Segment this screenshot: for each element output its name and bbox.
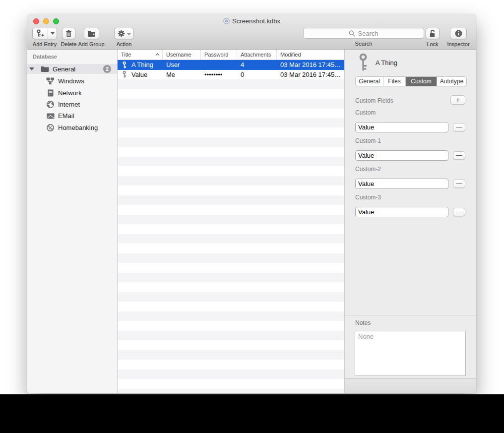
network-icon [46, 89, 55, 97]
notes-input[interactable] [355, 331, 466, 376]
sidebar-item-internet[interactable]: Internet [27, 99, 117, 110]
column-header-modified[interactable]: Modified [277, 50, 344, 60]
document-icon [223, 18, 230, 24]
inspector-panel: A Thing General Files Custom Autotype Cu… [345, 50, 476, 393]
sidebar-item-label: Homebanking [58, 124, 98, 131]
notes-label: Notes [355, 319, 476, 326]
inspector-tabs: General Files Custom Autotype [355, 76, 467, 86]
cell-attachments: 4 [237, 61, 277, 68]
internet-icon [46, 101, 55, 108]
action-button[interactable] [114, 28, 134, 39]
table-row[interactable]: A Thing User 4 03 Mar 2016 17:45… [118, 60, 344, 70]
chevron-down-icon [51, 32, 55, 35]
cell-modified: 03 Mar 2016 17:45… [277, 71, 344, 78]
add-entry-control: Add Entry [31, 28, 59, 47]
lock-open-icon [429, 29, 436, 38]
main-window: Screenshot.kdbx Add Entry Delete [27, 14, 476, 393]
inspector-footer [345, 378, 476, 393]
field-label: Custom-1 [355, 138, 465, 144]
gear-icon [118, 30, 125, 37]
delete-button[interactable] [62, 28, 75, 39]
remove-field-button[interactable]: — [453, 208, 465, 216]
tab-autotype[interactable]: Autotype [437, 77, 466, 86]
sidebar-item-label: Network [58, 89, 82, 97]
cell-password: •••••••• [201, 71, 237, 78]
sidebar-item-label: Windows [58, 77, 84, 85]
column-header-title[interactable]: Title [118, 50, 163, 60]
search-icon [349, 30, 355, 37]
tab-general[interactable]: General [356, 77, 383, 86]
action-label: Action [117, 41, 132, 47]
cell-modified: 03 Mar 2016 17:45… [277, 61, 344, 68]
search-control: Search Search [303, 28, 424, 47]
cell-title: Value [131, 71, 147, 78]
add-group-button[interactable] [84, 28, 99, 39]
search-placeholder: Search [358, 30, 378, 37]
field-value-input[interactable] [355, 150, 448, 161]
search-input[interactable]: Search [303, 28, 424, 39]
inspector-label: Inspector [447, 41, 469, 47]
remove-field-button[interactable]: — [453, 180, 465, 188]
add-field-button[interactable]: + [450, 95, 465, 105]
folder-plus-icon [87, 30, 96, 37]
action-control: Action [114, 28, 134, 47]
sidebar-item-network[interactable]: Network [27, 87, 117, 98]
tab-custom[interactable]: Custom [406, 77, 437, 86]
folder-icon [41, 66, 49, 72]
chevron-down-icon [127, 32, 131, 35]
disclosure-triangle-icon[interactable] [29, 67, 34, 70]
column-header-password[interactable]: Password [201, 50, 237, 60]
group-count-badge: 2 [103, 65, 111, 73]
key-icon [359, 54, 369, 71]
field-label: Custom-2 [355, 166, 465, 173]
tab-files[interactable]: Files [383, 77, 406, 86]
field-value-input[interactable] [355, 179, 448, 189]
sidebar-item-windows[interactable]: Windows [27, 75, 117, 87]
window-header: Screenshot.kdbx Add Entry Delete [27, 14, 476, 50]
window-title-bar: Screenshot.kdbx [27, 17, 476, 25]
homebanking-icon [46, 124, 55, 131]
windows-icon [46, 77, 55, 85]
add-entry-label: Add Entry [33, 41, 57, 47]
cell-attachments: 0 [237, 71, 277, 78]
lock-control: Lock [423, 28, 442, 47]
remove-field-button[interactable]: — [453, 123, 465, 131]
sort-ascending-icon [155, 53, 160, 56]
custom-fields-header: Custom Fields [355, 97, 393, 104]
cell-username: Me [163, 71, 201, 78]
entry-title: A Thing [376, 59, 397, 66]
add-group-control: Add Group [76, 28, 107, 47]
sidebar: Database General 2 Windows [27, 50, 118, 393]
delete-label: Delete [61, 41, 77, 47]
sidebar-item-email[interactable]: EMail [27, 110, 117, 122]
info-icon [455, 30, 462, 37]
sidebar-group-general[interactable]: General 2 [27, 64, 117, 74]
field-value-input[interactable] [355, 122, 448, 132]
table-row[interactable]: Value Me •••••••• 0 03 Mar 2016 17:45… [118, 70, 344, 80]
key-icon [122, 62, 127, 68]
notes-section: Notes [345, 315, 476, 376]
inspector-control: Inspector [444, 28, 472, 47]
lock-label: Lock [427, 41, 438, 47]
field-value-input[interactable] [355, 207, 448, 217]
entry-table: Title Username Password Attachments Modi… [118, 50, 345, 393]
remove-field-button[interactable]: — [453, 151, 465, 160]
sidebar-item-homebanking[interactable]: Homebanking [27, 122, 117, 133]
lock-button[interactable] [426, 28, 440, 39]
add-entry-button[interactable] [32, 28, 57, 39]
key-plus-icon [33, 28, 48, 39]
empty-rows-area [118, 79, 344, 393]
sidebar-group-label: General [53, 65, 103, 73]
custom-fields-list: Custom — Custom-1 — Custom-2 — Custom-3 [355, 110, 465, 223]
email-icon [46, 113, 55, 119]
bottom-black-band [0, 394, 504, 433]
add-entry-dropdown[interactable] [48, 28, 57, 39]
trash-icon [65, 30, 72, 38]
column-header-username[interactable]: Username [163, 50, 201, 60]
inspector-button[interactable] [450, 28, 467, 39]
sidebar-item-label: Internet [58, 101, 80, 108]
cell-title: A Thing [131, 61, 153, 68]
search-label: Search [355, 41, 373, 47]
field-label: Custom-3 [355, 194, 465, 201]
column-header-attachments[interactable]: Attachments [237, 50, 277, 60]
